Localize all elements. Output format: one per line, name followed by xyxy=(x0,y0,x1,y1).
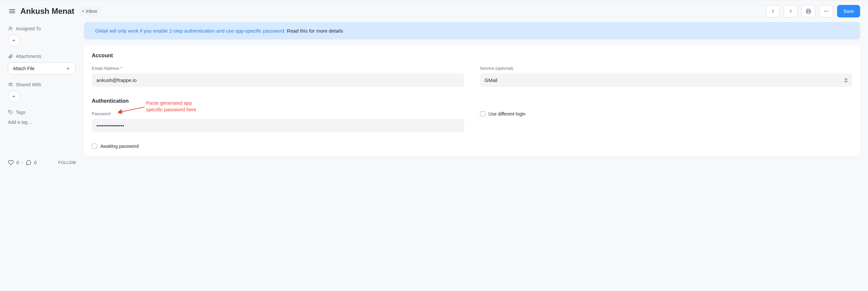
more-horizontal-icon xyxy=(824,8,829,14)
svg-point-3 xyxy=(828,11,828,11)
attachments-label: Attachments xyxy=(8,54,76,59)
awaiting-password-row[interactable]: Awaiting password xyxy=(92,144,852,149)
alert-link[interactable]: Read this for more details xyxy=(287,28,343,34)
chevron-left-icon xyxy=(770,8,776,14)
awaiting-password-label: Awaiting password xyxy=(100,144,138,149)
use-different-login-label: Use different login xyxy=(489,111,526,117)
svg-point-2 xyxy=(826,11,826,11)
account-section-title: Account xyxy=(92,53,852,59)
status-badge: Inbox xyxy=(78,7,101,16)
dot-separator: · xyxy=(22,160,23,165)
svg-point-1 xyxy=(825,11,825,11)
more-button[interactable] xyxy=(819,5,833,18)
heart-icon[interactable] xyxy=(8,159,14,166)
tags-text: Tags xyxy=(16,110,26,115)
attach-file-text: Attach File xyxy=(13,66,35,71)
email-label-text: Email Address xyxy=(92,66,119,71)
footer-row: 0 · 0 FOLLOW xyxy=(8,133,76,166)
tags-label: Tags xyxy=(8,110,76,115)
follow-button[interactable]: FOLLOW xyxy=(58,160,76,165)
likes-count: 0 xyxy=(17,160,19,165)
tag-icon xyxy=(8,110,13,115)
attach-file-button[interactable]: Attach File xyxy=(8,62,75,75)
auth-section-title: Authentication xyxy=(92,98,852,104)
content-area: GMail will only work if you enable 2-ste… xyxy=(84,22,868,173)
svg-point-12 xyxy=(11,83,12,84)
svg-point-4 xyxy=(9,27,11,29)
email-field[interactable] xyxy=(92,74,464,87)
service-select[interactable] xyxy=(480,74,852,87)
add-shared-button[interactable] xyxy=(8,90,20,103)
svg-rect-0 xyxy=(807,11,810,13)
password-label: Password xyxy=(92,111,464,116)
alert-info-text: GMail will only work if you enable 2-ste… xyxy=(95,28,286,34)
topbar: Ankush Menat Inbox Save xyxy=(0,0,868,22)
svg-point-11 xyxy=(9,83,10,84)
info-alert: GMail will only work if you enable 2-ste… xyxy=(84,22,860,39)
required-marker: * xyxy=(120,66,122,71)
plus-icon xyxy=(11,38,16,43)
awaiting-password-checkbox[interactable] xyxy=(92,144,97,149)
service-label: Service (optional) xyxy=(480,66,852,71)
comments-count: 0 xyxy=(34,160,37,165)
status-badge-text: Inbox xyxy=(86,8,97,14)
email-label: Email Address * xyxy=(92,66,464,71)
shared-with-text: Shared With xyxy=(16,82,41,87)
paperclip-icon xyxy=(8,54,13,59)
svg-point-15 xyxy=(9,111,9,111)
add-tag-input[interactable]: Add a tag ... xyxy=(8,118,76,126)
prev-button[interactable] xyxy=(766,5,780,18)
save-button[interactable]: Save xyxy=(837,5,860,18)
comment-icon[interactable] xyxy=(26,159,32,166)
assigned-to-text: Assigned To xyxy=(16,26,41,31)
chevron-right-icon xyxy=(788,8,793,14)
next-button[interactable] xyxy=(784,5,798,18)
plus-icon xyxy=(11,94,16,99)
user-plus-icon xyxy=(8,26,13,31)
select-caret-icon xyxy=(844,78,847,82)
use-different-login-checkbox[interactable] xyxy=(480,111,485,117)
print-button[interactable] xyxy=(802,5,815,18)
shared-with-label: Shared With xyxy=(8,82,76,87)
plus-icon xyxy=(66,66,70,71)
page-title: Ankush Menat xyxy=(21,7,74,16)
use-different-login-row[interactable]: Use different login xyxy=(480,111,852,117)
printer-icon xyxy=(806,8,811,14)
form-card: Account Email Address * Service (optiona… xyxy=(84,46,860,156)
attachments-text: Attachments xyxy=(16,54,41,59)
add-assignee-button[interactable] xyxy=(8,35,20,47)
assigned-to-label: Assigned To xyxy=(8,26,76,31)
menu-toggle-icon[interactable] xyxy=(8,8,17,14)
password-field[interactable] xyxy=(92,119,464,132)
users-icon xyxy=(8,82,13,87)
sidebar: Assigned To Attachments Attach File xyxy=(0,22,84,173)
